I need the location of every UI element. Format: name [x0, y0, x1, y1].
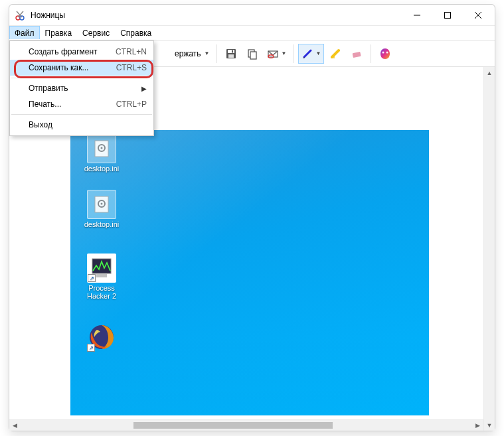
menu-edit[interactable]: Правка: [40, 26, 78, 40]
app-icon: [15, 10, 25, 21]
snipping-tool-window: Ножницы Файл Создать фрагмент CTRL+N: [9, 4, 495, 431]
menu-tools-label: Сервис: [82, 29, 110, 38]
menu-exit[interactable]: Выход: [10, 117, 153, 133]
desktop-icon-label: desktop.ini: [80, 220, 124, 228]
send-button[interactable]: ▼: [264, 44, 290, 64]
svg-rect-30: [96, 273, 107, 277]
scroll-right-icon[interactable]: ▶: [472, 420, 483, 431]
ini-file-icon: [87, 134, 116, 163]
desktop-icon-label: Process Hacker 2: [80, 284, 124, 300]
titlebar: Ножницы: [9, 5, 495, 26]
svg-rect-11: [232, 50, 233, 52]
scrollbar-thumb[interactable]: [133, 422, 333, 429]
copy-button[interactable]: [242, 44, 262, 64]
save-button[interactable]: [221, 44, 241, 64]
svg-point-25: [101, 147, 103, 149]
scroll-up-icon[interactable]: ▲: [484, 67, 495, 78]
window-buttons: [402, 5, 493, 25]
svg-point-28: [101, 203, 103, 205]
minimize-button[interactable]: [402, 5, 432, 25]
eraser-icon: [351, 48, 363, 60]
paint3d-icon: [378, 47, 392, 60]
delay-button-label: ержать: [175, 49, 201, 58]
svg-rect-9: [228, 50, 234, 53]
caret-down-icon: ▼: [315, 50, 321, 56]
svg-line-18: [332, 50, 339, 57]
eraser-button[interactable]: [347, 44, 367, 64]
menu-tools[interactable]: Сервис: [77, 26, 115, 40]
menu-send[interactable]: Отправить ▶: [10, 80, 153, 96]
scroll-down-icon[interactable]: ▼: [484, 419, 495, 431]
highlighter-button[interactable]: [325, 44, 345, 64]
delay-button[interactable]: ержать ▼: [171, 44, 212, 64]
envelope-icon: [267, 48, 279, 60]
menu-help-label: Справка: [120, 29, 151, 38]
vertical-scrollbar[interactable]: ▲ ▼: [483, 67, 495, 431]
window-title: Ножницы: [31, 11, 402, 20]
svg-point-0: [16, 16, 20, 20]
svg-point-1: [20, 16, 24, 20]
menu-save-as[interactable]: Сохранить как... CTRL+S: [10, 60, 153, 76]
desktop-firefox-icon: ↗: [80, 323, 124, 353]
toolbar-separator: [371, 44, 371, 63]
maximize-button[interactable]: [432, 5, 463, 25]
save-icon: [225, 48, 237, 60]
svg-point-15: [268, 54, 274, 57]
menu-save-as-label: Сохранить как...: [29, 63, 116, 72]
firefox-icon: ↗: [87, 323, 116, 352]
menu-separator: [11, 114, 152, 115]
shortcut-arrow-icon: ↗: [87, 344, 95, 352]
svg-rect-19: [331, 56, 335, 58]
shortcut-arrow-icon: ↗: [88, 274, 96, 282]
copy-icon: [246, 48, 258, 60]
toolbar-separator: [216, 44, 217, 63]
desktop-processhacker-icon: ↗ Process Hacker 2: [80, 254, 124, 300]
ini-file-icon: [87, 190, 116, 219]
menu-new-snip-shortcut: CTRL+N: [116, 47, 147, 56]
caret-down-icon: ▼: [205, 50, 210, 56]
horizontal-scrollbar[interactable]: ◀ ▶: [9, 419, 483, 431]
desktop-file-icon: desktop.ini: [80, 190, 124, 228]
menubar: Файл Создать фрагмент CTRL+N Сохранить к…: [9, 26, 495, 40]
processhacker-icon: ↗: [87, 254, 116, 283]
highlighter-icon: [329, 48, 341, 60]
desktop-icon-label: desktop.ini: [80, 165, 124, 173]
menu-separator: [11, 78, 152, 78]
svg-rect-20: [353, 51, 361, 57]
caret-down-icon: ▼: [281, 50, 286, 56]
svg-point-21: [382, 51, 384, 53]
menu-print-shortcut: CTRL+P: [116, 100, 147, 109]
svg-rect-5: [445, 12, 451, 18]
menu-file[interactable]: Файл Создать фрагмент CTRL+N Сохранить к…: [9, 26, 40, 40]
svg-line-16: [304, 50, 311, 57]
menu-edit-label: Правка: [45, 29, 72, 38]
menu-save-as-shortcut: CTRL+S: [116, 63, 147, 72]
screenshot-canvas[interactable]: desktop.ini desktop.ini e ↗ Process Hack…: [70, 130, 429, 415]
menu-file-label: Файл: [15, 29, 35, 38]
menu-new-snip[interactable]: Создать фрагмент CTRL+N: [10, 44, 153, 60]
pen-button[interactable]: ▼: [298, 44, 324, 64]
svg-point-22: [386, 51, 388, 53]
pen-icon: [301, 48, 313, 60]
scroll-left-icon[interactable]: ◀: [9, 420, 21, 431]
close-button[interactable]: [463, 5, 493, 25]
submenu-chevron-icon: ▶: [141, 85, 147, 92]
desktop-file-icon: desktop.ini: [80, 134, 124, 173]
menu-send-label: Отправить: [29, 84, 147, 93]
menu-print[interactable]: Печать... CTRL+P: [10, 96, 153, 112]
menu-print-label: Печать...: [29, 100, 116, 109]
file-menu-dropdown: Создать фрагмент CTRL+N Сохранить как...…: [9, 40, 154, 136]
toolbar-separator: [294, 44, 294, 63]
menu-help[interactable]: Справка: [115, 26, 157, 40]
svg-rect-13: [250, 52, 256, 59]
menu-exit-label: Выход: [29, 120, 147, 129]
menu-new-snip-label: Создать фрагмент: [29, 47, 116, 56]
svg-rect-10: [228, 54, 234, 58]
paint3d-button[interactable]: [375, 44, 395, 64]
